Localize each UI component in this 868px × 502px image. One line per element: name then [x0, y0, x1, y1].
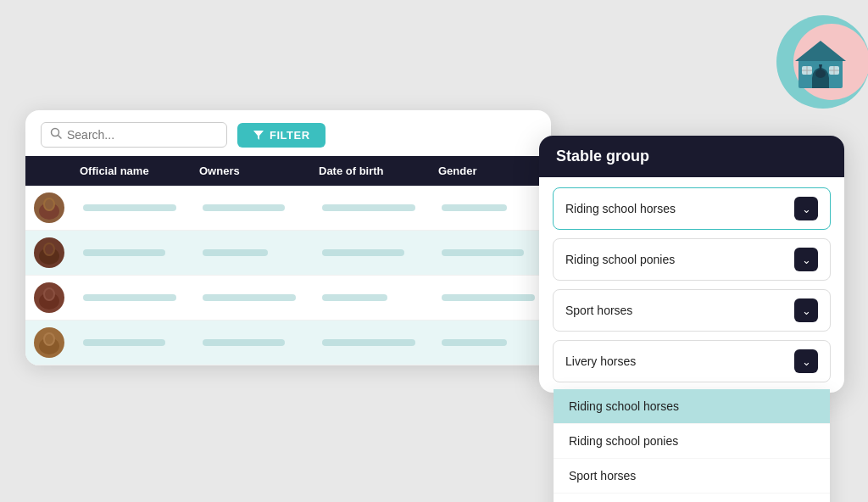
dropdown-item-riding-school-horses[interactable]: Riding school horses [554, 389, 830, 424]
table-row[interactable] [25, 321, 551, 365]
name-cell [73, 329, 192, 356]
name-cell [73, 284, 192, 311]
data-table: Official name Owners Date of birth Gende… [25, 156, 551, 365]
owners-cell [192, 239, 312, 266]
svg-marker-15 [253, 131, 264, 140]
search-input[interactable] [67, 128, 218, 142]
dropdown-item-sport-horses[interactable]: Sport horses [554, 459, 830, 494]
chevron-down-icon: ⌄ [794, 248, 818, 271]
name-cell [73, 194, 192, 221]
svg-marker-1 [795, 41, 846, 61]
gender-cell [431, 329, 551, 356]
svg-line-14 [58, 136, 62, 139]
barn-svg [790, 34, 851, 95]
dropdown-item-riding-school-ponies[interactable]: Riding school ponies [554, 424, 830, 459]
dropdown-riding-school-ponies[interactable]: Riding school ponies ⌄ [553, 238, 831, 281]
svg-point-27 [45, 334, 53, 344]
gender-cell [431, 194, 551, 221]
owners-cell [192, 284, 312, 311]
svg-point-18 [45, 199, 53, 209]
dob-cell [312, 329, 431, 356]
dob-cell [312, 284, 431, 311]
owners-cell [192, 329, 312, 356]
svg-rect-11 [818, 70, 822, 75]
table-row[interactable] [25, 186, 551, 231]
search-input-wrap[interactable] [41, 122, 227, 148]
avatar-cell [25, 276, 73, 320]
chevron-down-icon: ⌄ [794, 349, 818, 373]
owners-cell [192, 194, 312, 221]
avatar [34, 282, 64, 313]
gender-cell [431, 239, 551, 266]
avatar-cell [25, 231, 73, 275]
avatar-cell [25, 186, 73, 230]
table-row[interactable] [25, 231, 551, 276]
col-dob: Date of birth [312, 156, 431, 186]
filter-icon [253, 129, 264, 141]
main-card: FILTER Official name Owners Date of birt… [25, 110, 551, 365]
col-avatar [25, 156, 73, 186]
stable-panel: Stable group Riding school horses ⌄ Ridi… [539, 136, 844, 393]
dropdown-riding-school-horses[interactable]: Riding school horses ⌄ [553, 187, 831, 230]
col-official-name: Official name [73, 156, 192, 186]
table-row[interactable] [25, 276, 551, 321]
chevron-down-icon: ⌄ [794, 197, 818, 220]
dropdown-livery-horses[interactable]: Livery horses ⌄ Riding school horses Rid… [553, 340, 831, 382]
dropdown-item-livery-horses[interactable]: Livery horses [554, 494, 830, 502]
svg-point-24 [45, 289, 53, 299]
col-gender: Gender [431, 156, 551, 186]
avatar [34, 327, 64, 358]
avatar-cell [25, 321, 73, 365]
svg-point-21 [45, 244, 53, 254]
dob-cell [312, 239, 431, 266]
barn-icon [787, 31, 854, 98]
dropdown-open-menu: Riding school horses Riding school ponie… [554, 389, 830, 502]
dropdown-sport-horses[interactable]: Sport horses ⌄ [553, 289, 831, 332]
filter-button[interactable]: FILTER [237, 123, 326, 148]
search-bar: FILTER [25, 110, 551, 156]
gender-cell [431, 284, 551, 311]
avatar [34, 237, 64, 268]
stable-panel-body: Riding school horses ⌄ Riding school pon… [539, 177, 844, 393]
table-header: Official name Owners Date of birth Gende… [25, 156, 551, 186]
col-owners: Owners [192, 156, 312, 186]
dob-cell [312, 194, 431, 221]
svg-rect-3 [812, 78, 829, 88]
scene: FILTER Official name Owners Date of birt… [0, 0, 868, 502]
chevron-down-icon: ⌄ [794, 298, 818, 322]
avatar [34, 192, 64, 223]
stable-panel-header: Stable group [539, 136, 844, 177]
name-cell [73, 239, 192, 266]
search-icon [50, 127, 62, 142]
